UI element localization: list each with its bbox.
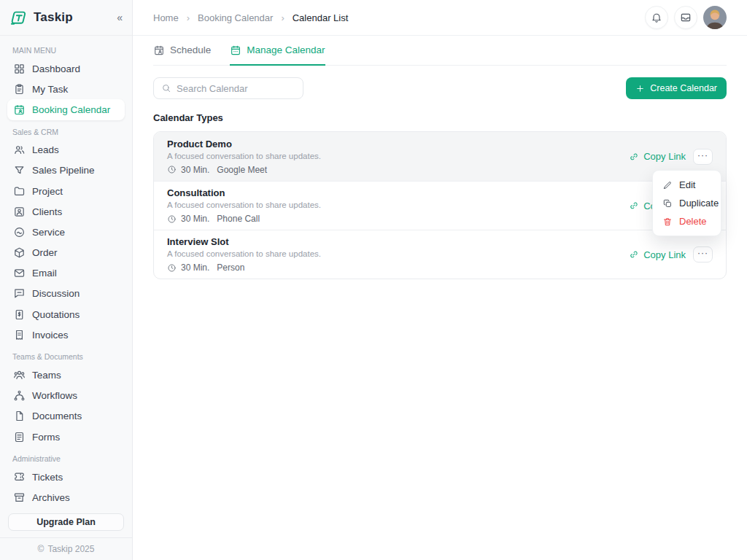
tab-schedule[interactable]: Schedule	[153, 36, 211, 66]
sidebar-item-label: Dashboard	[32, 63, 80, 74]
envelope-icon	[13, 267, 26, 279]
top-header: Home › Booking Calendar › Calendar List	[133, 0, 747, 36]
menu-item-duplicate[interactable]: Duplicate	[653, 194, 721, 212]
chat-bubble-icon	[13, 287, 26, 300]
sidebar-item-teams[interactable]: Teams	[7, 365, 125, 385]
sidebar-item-label: Invoices	[32, 330, 69, 341]
sidebar-item-label: Forms	[32, 432, 60, 443]
sidebar-item-email[interactable]: Email	[7, 263, 125, 284]
sidebar-item-tickets[interactable]: Tickets	[7, 467, 125, 487]
breadcrumb-home[interactable]: Home	[153, 12, 179, 23]
copy-link-label: Copy Link	[643, 249, 686, 260]
sidebar-nav: MAIN MENU Dashboard My Task Booking Cale…	[0, 36, 132, 511]
archive-icon	[13, 491, 26, 504]
sidebar: Taskip « MAIN MENU Dashboard My Task Boo…	[0, 0, 133, 560]
menu-item-label: Edit	[679, 179, 695, 190]
copy-icon	[662, 198, 673, 209]
copy-link-label: Copy Link	[643, 151, 686, 162]
more-options-button[interactable]: ···	[693, 246, 713, 262]
ellipsis-icon: ···	[697, 249, 708, 257]
calendar-title: Consultation	[167, 187, 321, 198]
receipt-icon	[13, 329, 26, 341]
sidebar-item-invoices[interactable]: Invoices	[7, 324, 125, 345]
more-options-button[interactable]: ···	[693, 149, 713, 165]
taskip-logo-icon	[9, 9, 28, 27]
calendar-row-product-demo: Product Demo A focused conversation to s…	[154, 132, 726, 181]
copy-link-button[interactable]: Copy Link	[629, 249, 686, 260]
calendar-method: Google Meet	[217, 165, 267, 175]
sidebar-item-leads[interactable]: Leads	[7, 140, 125, 160]
calendar-description: A focused conversation to share updates.	[167, 201, 321, 209]
users-icon	[13, 144, 26, 156]
calendar-title: Interview Slot	[167, 236, 321, 247]
link-icon	[629, 152, 639, 162]
copy-link-button[interactable]: Copy Link	[629, 151, 686, 162]
sidebar-item-workflows[interactable]: Workflows	[7, 386, 125, 406]
sidebar-item-forms[interactable]: Forms	[7, 427, 125, 447]
sidebar-item-label: Leads	[32, 144, 59, 155]
calendar-meta: 30 Min. Google Meet	[167, 165, 321, 175]
inbox-button[interactable]	[674, 6, 697, 29]
clock-icon	[167, 165, 177, 174]
quote-document-icon	[13, 308, 26, 321]
menu-item-delete[interactable]: Delete	[653, 212, 721, 230]
sidebar-collapse-button[interactable]: «	[117, 12, 123, 23]
sidebar-item-clients[interactable]: Clients	[7, 201, 125, 222]
calendar-duration: 30 Min.	[181, 262, 209, 273]
create-calendar-button[interactable]: Create Calendar	[626, 77, 727, 99]
menu-item-edit[interactable]: Edit	[653, 176, 721, 194]
sidebar-item-settings[interactable]: Settings	[7, 508, 125, 511]
sidebar-item-project[interactable]: Project	[7, 181, 125, 201]
box-icon	[13, 246, 26, 259]
create-calendar-label: Create Calendar	[650, 83, 717, 93]
calendar-icon	[230, 44, 241, 56]
workflow-icon	[13, 389, 26, 402]
sidebar-item-booking-calendar[interactable]: Booking Calendar	[7, 99, 125, 120]
sidebar-item-quotations[interactable]: Quotations	[7, 304, 125, 324]
row-info: Interview Slot A focused conversation to…	[167, 236, 321, 273]
breadcrumb-booking-calendar[interactable]: Booking Calendar	[198, 12, 273, 23]
row-info: Product Demo A focused conversation to s…	[167, 139, 321, 175]
sidebar-item-discussion[interactable]: Discussion	[7, 284, 125, 304]
calendar-row-interview-slot: Interview Slot A focused conversation to…	[154, 230, 726, 279]
menu-item-label: Delete	[679, 216, 707, 227]
sidebar-item-order[interactable]: Order	[7, 243, 125, 263]
sidebar-item-label: Clients	[32, 206, 62, 217]
client-card-icon	[13, 206, 26, 218]
sidebar-item-label: Tickets	[32, 472, 63, 483]
tab-bar: Schedule Manage Calendar	[153, 36, 727, 66]
calendar-duration: 30 Min.	[181, 214, 209, 224]
sidebar-item-label: My Task	[32, 84, 68, 95]
row-actions: Copy Link ···	[629, 149, 713, 165]
calendar-method: Person	[217, 262, 244, 273]
sidebar-item-label: Booking Calendar	[32, 104, 110, 115]
search-input[interactable]	[177, 83, 295, 94]
breadcrumb-current: Calendar List	[293, 12, 349, 23]
notifications-button[interactable]	[645, 6, 668, 29]
sidebar-item-archives[interactable]: Archives	[7, 487, 125, 508]
chevron-right-icon: ›	[187, 12, 190, 23]
calendar-method: Phone Call	[217, 214, 260, 224]
search-box	[153, 77, 303, 99]
upgrade-plan-button[interactable]: Upgrade Plan	[8, 513, 124, 531]
calendar-title: Product Demo	[167, 139, 321, 149]
calendar-meta: 30 Min. Person	[167, 262, 321, 273]
tab-manage-calendar[interactable]: Manage Calendar	[230, 36, 325, 66]
footer-text: Taskip 2025	[47, 544, 94, 554]
user-avatar[interactable]	[703, 6, 727, 29]
sidebar-item-service[interactable]: Service	[7, 222, 125, 242]
ellipsis-icon: ···	[697, 151, 708, 160]
form-icon	[13, 431, 26, 443]
breadcrumb: Home › Booking Calendar › Calendar List	[153, 12, 348, 23]
sidebar-item-label: Teams	[32, 370, 61, 381]
calendar-duration: 30 Min.	[181, 165, 209, 175]
people-group-icon	[13, 369, 26, 381]
sidebar-item-documents[interactable]: Documents	[7, 406, 125, 427]
sidebar-item-label: Sales Pipeline	[32, 165, 95, 176]
sidebar-item-dashboard[interactable]: Dashboard	[7, 58, 125, 79]
sidebar-item-sales-pipeline[interactable]: Sales Pipeline	[7, 160, 125, 181]
sidebar-item-my-task[interactable]: My Task	[7, 79, 125, 99]
plus-icon	[635, 84, 645, 93]
link-icon	[629, 249, 639, 260]
folder-icon	[13, 185, 26, 198]
